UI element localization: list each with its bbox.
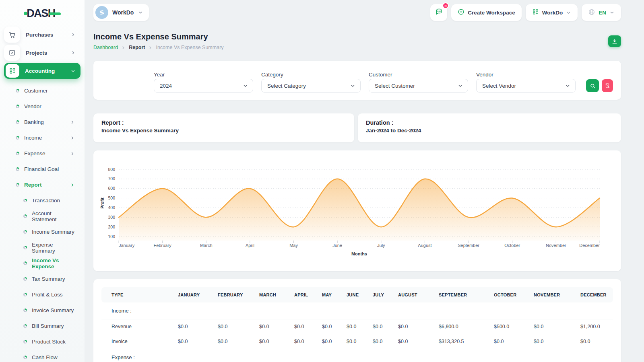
sidebar-item-cash-flow[interactable]: Cash Flow bbox=[4, 350, 80, 362]
breadcrumb-dashboard[interactable]: Dashboard bbox=[93, 45, 118, 50]
filter-vendor-select[interactable]: Select Vendor bbox=[476, 79, 576, 93]
sidebar-item-transaction[interactable]: Transaction bbox=[4, 193, 80, 208]
chevron-right-icon bbox=[70, 120, 75, 125]
sidebar-item-invoice-summary[interactable]: Invoice Summary bbox=[4, 302, 80, 318]
chevron-down-icon bbox=[458, 83, 463, 88]
cell-value: $0.0 bbox=[534, 334, 580, 349]
sidebar-item-bill-summary[interactable]: Bill Summary bbox=[4, 318, 80, 334]
chevron-right-icon bbox=[70, 136, 75, 140]
sidebar-item-label: Financial Goal bbox=[24, 166, 75, 172]
y-tick-label: 300 bbox=[108, 215, 115, 220]
sidebar-item-account-statement[interactable]: Account Statement bbox=[4, 208, 80, 224]
chevron-down-icon bbox=[70, 68, 76, 74]
sidebar-item-customer[interactable]: Customer bbox=[4, 83, 80, 99]
breadcrumb-current: Income Vs Expense Summary bbox=[156, 45, 223, 50]
sidebar-item-vendor[interactable]: Vendor bbox=[4, 99, 80, 114]
filter-row: Year2024CategorySelect CategoryCustomerS… bbox=[154, 72, 613, 93]
create-workspace-label: Create Workspace bbox=[468, 10, 515, 16]
x-tick-label: July bbox=[377, 243, 385, 248]
sidebar-item-profit-loss[interactable]: Profit & Loss bbox=[4, 287, 80, 302]
download-button[interactable] bbox=[608, 35, 621, 47]
chevron-right-icon bbox=[71, 50, 76, 55]
cell-value: $0.0 bbox=[218, 334, 259, 349]
sidebar-item-report[interactable]: Report bbox=[4, 177, 80, 193]
sidebar: DASH PurchasesProjectsAccountingCustomer… bbox=[0, 0, 85, 362]
bullet-icon bbox=[23, 309, 27, 312]
sidebar-item-label: Accounting bbox=[25, 68, 70, 74]
cell-value: $0.0 bbox=[534, 319, 580, 334]
filter-category-value: Select Category bbox=[267, 83, 306, 89]
sidebar-item-label: Transaction bbox=[32, 197, 75, 204]
page-header: Income Vs Expense Summary Dashboard Repo… bbox=[93, 31, 621, 50]
bullet-icon bbox=[23, 340, 27, 343]
table-header-row: TYPEJANUARYFEBRUARYMARCHAPRILMAYJUNEJULY… bbox=[101, 287, 613, 302]
y-axis-title: Profit bbox=[100, 197, 105, 209]
sidebar-item-financial-goal[interactable]: Financial Goal bbox=[4, 161, 80, 177]
bullet-icon bbox=[16, 89, 19, 93]
cell-value: $0.0 bbox=[373, 334, 398, 349]
sidebar-item-product-stock[interactable]: Product Stock bbox=[4, 334, 80, 350]
building-icon bbox=[98, 9, 105, 16]
cell-value: $0.0 bbox=[398, 334, 439, 349]
chevron-down-icon bbox=[138, 10, 143, 15]
sidebar-item-label: Tax Summary bbox=[32, 276, 75, 282]
language-selector[interactable]: EN bbox=[582, 4, 621, 21]
x-tick-label: October bbox=[504, 243, 520, 248]
sidebar-item-accounting[interactable]: Accounting bbox=[4, 63, 80, 79]
x-tick-label: March bbox=[200, 243, 213, 248]
column-header: APRIL bbox=[294, 287, 322, 302]
y-tick-label: 600 bbox=[108, 186, 115, 191]
cart-icon bbox=[4, 27, 20, 43]
sidebar-item-label: Purchases bbox=[26, 32, 71, 38]
y-tick-label: 800 bbox=[108, 167, 115, 172]
grid-plus-icon bbox=[532, 8, 539, 16]
filter-category-select[interactable]: Select Category bbox=[261, 79, 361, 93]
create-workspace-button[interactable]: Create Workspace bbox=[451, 4, 522, 21]
column-header: TYPE bbox=[101, 287, 178, 302]
sidebar-item-expense-summary[interactable]: Expense Summary bbox=[4, 240, 80, 255]
bullet-icon bbox=[23, 199, 27, 202]
column-header: MAY bbox=[322, 287, 347, 302]
cell-value: $0.0 bbox=[178, 334, 218, 349]
report-card: Report : Income Vs Expense Summary bbox=[93, 113, 354, 142]
plus-circle-icon bbox=[458, 8, 464, 16]
workdo-menu-button[interactable]: WorkDo bbox=[526, 4, 578, 21]
x-tick-label: September bbox=[458, 243, 479, 248]
chevron-right-icon bbox=[70, 151, 75, 156]
workspace-name: WorkDo bbox=[112, 9, 134, 16]
bullet-icon bbox=[23, 246, 27, 249]
main-content: WorkDo 0 Create Workspace bbox=[85, 0, 644, 362]
y-tick-label: 500 bbox=[108, 195, 115, 200]
sidebar-item-tax-summary[interactable]: Tax Summary bbox=[4, 271, 80, 287]
filter-customer-select[interactable]: Select Customer bbox=[369, 79, 468, 93]
sidebar-item-label: Bill Summary bbox=[32, 323, 75, 329]
sidebar-item-banking[interactable]: Banking bbox=[4, 114, 80, 130]
apply-filter-button[interactable] bbox=[586, 79, 599, 92]
filter-year-value: 2024 bbox=[160, 83, 172, 89]
filter-panel: Year2024CategorySelect CategoryCustomerS… bbox=[93, 61, 621, 100]
breadcrumb-report[interactable]: Report bbox=[129, 45, 145, 50]
workspace-switcher[interactable]: WorkDo bbox=[93, 4, 149, 21]
bullet-icon bbox=[23, 261, 27, 265]
bullet-icon bbox=[23, 230, 27, 234]
cell-value: $0.0 bbox=[398, 319, 439, 334]
sidebar-item-income-summary[interactable]: Income Summary bbox=[4, 224, 80, 240]
chevron-right-icon bbox=[148, 45, 153, 50]
filter-year-select[interactable]: 2024 bbox=[154, 79, 253, 93]
messages-button[interactable]: 0 bbox=[430, 4, 447, 21]
report-label: Report : bbox=[101, 119, 346, 126]
filter-vendor-value: Select Vendor bbox=[482, 83, 516, 89]
brand-logo[interactable]: DASH bbox=[0, 5, 85, 22]
sidebar-item-projects[interactable]: Projects bbox=[4, 45, 80, 61]
sidebar-item-expense[interactable]: Expense bbox=[4, 146, 80, 161]
sidebar-item-income[interactable]: Income bbox=[4, 130, 80, 146]
column-header: FEBRUARY bbox=[218, 287, 259, 302]
reset-filter-button[interactable] bbox=[602, 79, 613, 92]
income-expense-table: TYPEJANUARYFEBRUARYMARCHAPRILMAYJUNEJULY… bbox=[101, 287, 613, 362]
cell-value: $0.0 bbox=[580, 334, 613, 349]
topbar: WorkDo 0 Create Workspace bbox=[93, 3, 621, 22]
sidebar-item-income-vs-expense[interactable]: Income Vs Expense bbox=[4, 255, 80, 271]
x-tick-label: February bbox=[154, 243, 172, 248]
messages-badge: 0 bbox=[442, 2, 449, 9]
sidebar-item-purchases[interactable]: Purchases bbox=[4, 27, 80, 43]
